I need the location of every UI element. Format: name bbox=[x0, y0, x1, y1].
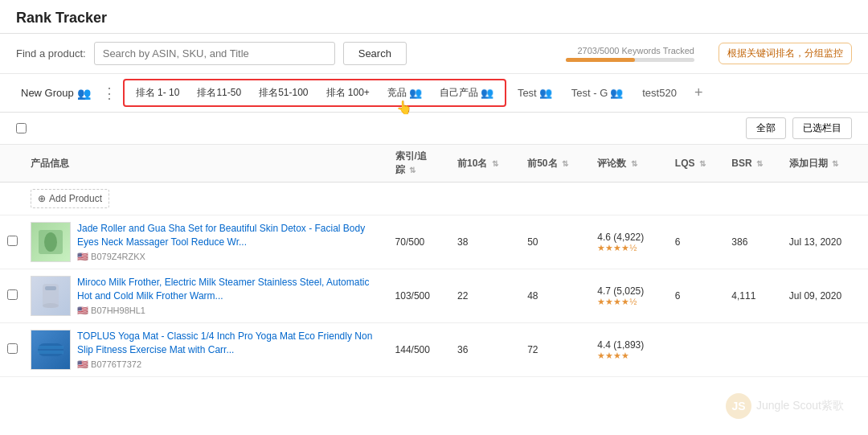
product-asin: 🇺🇸 B079Z4RZKX bbox=[77, 252, 383, 262]
row-checkbox[interactable] bbox=[7, 236, 18, 246]
add-product-button[interactable]: ⊕ Add Product bbox=[31, 189, 109, 208]
page-wrapper: Rank Tracker Find a product: Search 2703… bbox=[0, 0, 868, 435]
product-info-cell: Miroco Milk Frother, Electric Milk Steam… bbox=[24, 269, 389, 323]
new-group-text: New Group bbox=[21, 87, 74, 99]
svg-rect-5 bbox=[38, 343, 63, 356]
page-title: Rank Tracker bbox=[16, 10, 852, 27]
products-table: 产品信息 索引/追踪 ⇅ 前10名 ⇅ 前50名 ⇅ 评论数 ⇅ LQS ⇅ B… bbox=[0, 145, 868, 377]
svg-rect-7 bbox=[38, 351, 63, 354]
tab-test[interactable]: Test 👥 bbox=[510, 83, 560, 103]
th-date-added[interactable]: 添加日期 ⇅ bbox=[783, 145, 868, 183]
add-product-checkbox-cell bbox=[0, 183, 24, 215]
product-search-input[interactable] bbox=[94, 42, 335, 65]
tab-rank-100-plus[interactable]: 排名 100+ bbox=[318, 82, 378, 104]
plus-icon: ⊕ bbox=[38, 193, 46, 204]
watermark: JS Jungle Scout紫歌 bbox=[726, 393, 844, 419]
lqs-cell: 6 bbox=[669, 215, 726, 269]
rating-text: 4.7 (5,025) bbox=[597, 285, 662, 297]
flag-icon: 🇺🇸 bbox=[77, 359, 88, 369]
tab-rank-1-10[interactable]: 排名 1- 10 bbox=[128, 82, 188, 104]
product-thumbnail bbox=[31, 222, 71, 262]
watermark-text: Jungle Scout紫歌 bbox=[756, 399, 844, 413]
keywords-tracked-section: 2703/5000 Keywords Tracked bbox=[566, 46, 694, 62]
table-header-row: 产品信息 索引/追踪 ⇅ 前10名 ⇅ 前50名 ⇅ 评论数 ⇅ LQS ⇅ B… bbox=[0, 145, 868, 183]
top10-cell: 22 bbox=[451, 269, 521, 323]
tab-competitor[interactable]: 竞品 👥 bbox=[379, 82, 430, 104]
add-product-row: ⊕ Add Product bbox=[0, 183, 868, 215]
th-lqs[interactable]: LQS ⇅ bbox=[669, 145, 726, 183]
find-product-bar: Find a product: Search 2703/5000 Keyword… bbox=[0, 34, 868, 74]
keywords-tracked-text: 2703/5000 Keywords Tracked bbox=[577, 46, 694, 55]
row-checkbox-cell bbox=[0, 215, 24, 269]
reviews-cell: 4.4 (1,893) ★★★★ bbox=[591, 323, 669, 377]
index-track-cell: 70/500 bbox=[389, 215, 452, 269]
annotation-bubble: 根据关键词排名，分组监控 bbox=[719, 43, 852, 64]
test-g-people-icon: 👥 bbox=[610, 87, 623, 99]
svg-point-4 bbox=[43, 303, 59, 308]
product-title[interactable]: Miroco Milk Frother, Electric Milk Steam… bbox=[77, 276, 383, 303]
product-info-cell: Jade Roller and Gua Sha Set for Beautifu… bbox=[24, 215, 389, 269]
rating-text: 4.6 (4,922) bbox=[597, 232, 662, 243]
table-row: TOPLUS Yoga Mat - Classic 1/4 Inch Pro Y… bbox=[0, 323, 868, 377]
top10-cell: 36 bbox=[451, 323, 521, 377]
new-group-people-icon: 👥 bbox=[77, 87, 91, 100]
th-checkbox bbox=[0, 145, 24, 183]
bsr-cell: 4,111 bbox=[725, 269, 782, 323]
product-thumbnail bbox=[31, 330, 71, 370]
tab-test520[interactable]: test520 bbox=[634, 83, 685, 103]
date-added-cell bbox=[783, 323, 868, 377]
svg-rect-6 bbox=[38, 346, 63, 349]
product-info-cell: TOPLUS Yoga Mat - Classic 1/4 Inch Pro Y… bbox=[24, 323, 389, 377]
group-dots-menu[interactable]: ⋮ bbox=[99, 84, 120, 102]
highlighted-tabs-container: 排名 1- 10 排名11-50 排名51-100 排名 100+ 竞品 👥 自… bbox=[123, 79, 506, 107]
group-tabs-bar: New Group 👥 ⋮ 排名 1- 10 排名11-50 排名51-100 … bbox=[0, 74, 868, 113]
watermark-logo: JS bbox=[726, 393, 751, 419]
test-people-icon: 👥 bbox=[539, 87, 552, 99]
top50-cell: 72 bbox=[521, 323, 591, 377]
rating-text: 4.4 (1,893) bbox=[597, 339, 662, 351]
new-group-label: New Group 👥 bbox=[16, 84, 96, 103]
stars: ★★★★½ bbox=[597, 243, 662, 253]
lqs-cell bbox=[669, 323, 726, 377]
tab-test-g[interactable]: Test - G 👥 bbox=[563, 83, 632, 103]
keywords-bar-background bbox=[566, 58, 694, 62]
competitor-people-icon: 👥 bbox=[409, 87, 422, 99]
th-reviews[interactable]: 评论数 ⇅ bbox=[591, 145, 669, 183]
index-track-cell: 103/500 bbox=[389, 269, 452, 323]
index-track-cell: 144/500 bbox=[389, 323, 452, 377]
search-button[interactable]: Search bbox=[343, 42, 407, 65]
th-bsr[interactable]: BSR ⇅ bbox=[725, 145, 782, 183]
top50-cell: 50 bbox=[521, 215, 591, 269]
selected-columns-button[interactable]: 已选栏目 bbox=[792, 117, 852, 139]
all-columns-button[interactable]: 全部 bbox=[746, 117, 786, 139]
lqs-cell: 6 bbox=[669, 269, 726, 323]
flag-icon: 🇺🇸 bbox=[77, 306, 88, 315]
date-added-cell: Jul 13, 2020 bbox=[783, 215, 868, 269]
product-title[interactable]: Jade Roller and Gua Sha Set for Beautifu… bbox=[77, 222, 383, 249]
select-all-checkbox[interactable] bbox=[16, 123, 27, 133]
tab-own-products[interactable]: 自己产品 👥 bbox=[432, 82, 502, 104]
th-top10[interactable]: 前10名 ⇅ bbox=[451, 145, 521, 183]
product-info: Miroco Milk Frother, Electric Milk Steam… bbox=[31, 276, 383, 316]
tab-rank-51-100[interactable]: 排名51-100 bbox=[251, 82, 316, 104]
table-row: Miroco Milk Frother, Electric Milk Steam… bbox=[0, 269, 868, 323]
product-details: Jade Roller and Gua Sha Set for Beautifu… bbox=[77, 222, 383, 262]
add-group-button[interactable]: + bbox=[688, 81, 710, 105]
row-checkbox-cell bbox=[0, 323, 24, 377]
top10-cell: 38 bbox=[451, 215, 521, 269]
bsr-cell bbox=[725, 323, 782, 377]
product-thumbnail bbox=[31, 276, 71, 316]
product-info: TOPLUS Yoga Mat - Classic 1/4 Inch Pro Y… bbox=[31, 330, 383, 370]
reviews-cell: 4.6 (4,922) ★★★★½ bbox=[591, 215, 669, 269]
row-checkbox[interactable] bbox=[7, 289, 18, 300]
row-checkbox[interactable] bbox=[7, 343, 18, 354]
product-title[interactable]: TOPLUS Yoga Mat - Classic 1/4 Inch Pro Y… bbox=[77, 330, 383, 357]
th-top50[interactable]: 前50名 ⇅ bbox=[521, 145, 591, 183]
top50-cell: 48 bbox=[521, 269, 591, 323]
tab-rank-11-50[interactable]: 排名11-50 bbox=[189, 82, 249, 104]
flag-icon: 🇺🇸 bbox=[77, 252, 88, 261]
th-index-track[interactable]: 索引/追踪 ⇅ bbox=[389, 145, 452, 183]
svg-point-1 bbox=[44, 232, 57, 252]
stars: ★★★★½ bbox=[597, 297, 662, 307]
th-product-info: 产品信息 bbox=[24, 145, 389, 183]
